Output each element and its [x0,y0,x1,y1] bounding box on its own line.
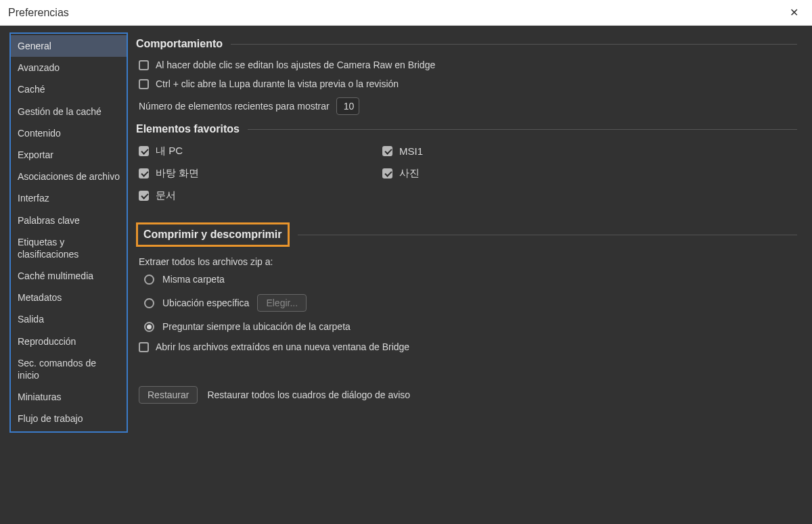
section-header-zip: Comprimir y descomprimir [136,222,797,247]
sidebar-item-avanzado[interactable]: Avanzado [11,57,127,78]
choose-button[interactable]: Elegir... [257,294,307,312]
sidebar-item-asociaciones-de-archivo[interactable]: Asociaciones de archivo [11,166,127,187]
recent-items-input[interactable]: 10 [336,97,359,115]
radio-ask-location[interactable]: Preguntar siempre la ubicación de la car… [144,321,797,332]
checkbox-icon[interactable] [382,146,392,156]
checkbox-icon[interactable] [139,146,149,156]
section-title: Comprimir y descomprimir [143,229,282,241]
favorite-item[interactable]: 사진 [382,167,626,180]
restore-row: Restaurar Restaurar todos los cuadros de… [139,386,797,404]
radio-icon[interactable] [144,275,154,285]
sidebar-item-metadatos[interactable]: Metadatos [11,287,127,308]
favorite-item[interactable]: 내 PC [139,145,382,158]
favorite-label: 문서 [156,189,176,202]
sidebar-item-general[interactable]: General [11,35,127,57]
close-icon[interactable]: ✕ [784,3,804,22]
checkbox-icon[interactable] [139,60,149,70]
favorite-item[interactable]: MSI1 [382,145,626,158]
radio-label: Ubicación específica [162,297,249,308]
checkbox-icon[interactable] [139,79,149,89]
option-label: Al hacer doble clic se editan los ajuste… [156,59,435,70]
extract-label: Extraer todos los archivos zip a: [139,256,797,267]
checkbox-icon[interactable] [139,342,149,352]
sidebar-item-cach-multimedia[interactable]: Caché multimedia [11,265,127,287]
favorite-label: 내 PC [156,145,183,158]
radio-label: Misma carpeta [162,274,225,285]
radio-same-folder[interactable]: Misma carpeta [144,274,797,285]
main: GeneralAvanzadoCachéGestión de la cachéC… [0,26,812,524]
highlight-box: Comprimir y descomprimir [136,222,290,247]
sidebar-item-contenido[interactable]: Contenido [11,122,127,144]
favorites-grid: 내 PCMSI1바탕 화면사진문서 [139,145,797,202]
sidebar-item-etiquetas-y-clasificaciones[interactable]: Etiquetas y clasificaciones [11,231,127,265]
restore-label: Restaurar todos los cuadros de diálogo d… [207,389,410,400]
favorite-label: 바탕 화면 [156,167,199,180]
favorite-label: 사진 [399,167,420,180]
section-header-behavior: Comportamiento [136,38,797,50]
sidebar-item-palabras-clave[interactable]: Palabras clave [11,210,127,231]
favorite-item[interactable]: 바탕 화면 [139,167,382,180]
window-title: Preferencias [8,7,69,19]
option-doubleclick[interactable]: Al hacer doble clic se editan los ajuste… [139,59,797,70]
content: Comportamiento Al hacer doble clic se ed… [128,26,812,524]
option-label: Abrir los archivos extraídos en una nuev… [156,341,409,352]
divider [298,235,798,235]
sidebar-item-interfaz[interactable]: Interfaz [11,187,127,209]
section-header-favorites: Elementos favoritos [136,123,797,135]
sidebar-item-flujo-de-trabajo[interactable]: Flujo de trabajo [11,408,127,429]
favorite-label: MSI1 [399,145,423,157]
section-title: Comportamiento [136,38,223,50]
option-ctrlclick[interactable]: Ctrl + clic abre la Lupa durante la vist… [139,78,797,89]
recent-items-label: Número de elementos recientes para mostr… [139,101,330,112]
checkbox-icon[interactable] [139,191,149,201]
radio-label: Preguntar siempre la ubicación de la car… [162,321,351,332]
favorite-item[interactable]: 문서 [139,189,382,202]
extract-group: Extraer todos los archivos zip a: Misma … [139,256,797,352]
sidebar-item-sec-comandos-de-inicio[interactable]: Sec. comandos de inicio [11,352,127,386]
sidebar-item-reproducci-n[interactable]: Reproducción [11,331,127,352]
recent-items-row: Número de elementos recientes para mostr… [139,97,797,115]
checkbox-icon[interactable] [382,168,392,178]
sidebar: GeneralAvanzadoCachéGestión de la cachéC… [9,32,128,433]
sidebar-item-gesti-n-de-la-cach-[interactable]: Gestión de la caché [11,101,127,122]
radio-icon[interactable] [144,322,154,332]
sidebar-item-exportar[interactable]: Exportar [11,144,127,166]
option-open-new-window[interactable]: Abrir los archivos extraídos en una nuev… [139,341,797,352]
divider [231,44,797,45]
option-label: Ctrl + clic abre la Lupa durante la vist… [156,78,399,89]
section-title: Elementos favoritos [136,123,240,135]
sidebar-item-cach-[interactable]: Caché [11,78,127,100]
sidebar-item-salida[interactable]: Salida [11,308,127,330]
checkbox-icon[interactable] [139,168,149,178]
divider [248,129,797,130]
titlebar: Preferencias ✕ [0,0,812,26]
radio-icon[interactable] [144,298,154,308]
radio-specific-location[interactable]: Ubicación específica Elegir... [144,294,797,312]
restore-button[interactable]: Restaurar [139,386,198,404]
sidebar-item-miniaturas[interactable]: Miniaturas [11,386,127,408]
